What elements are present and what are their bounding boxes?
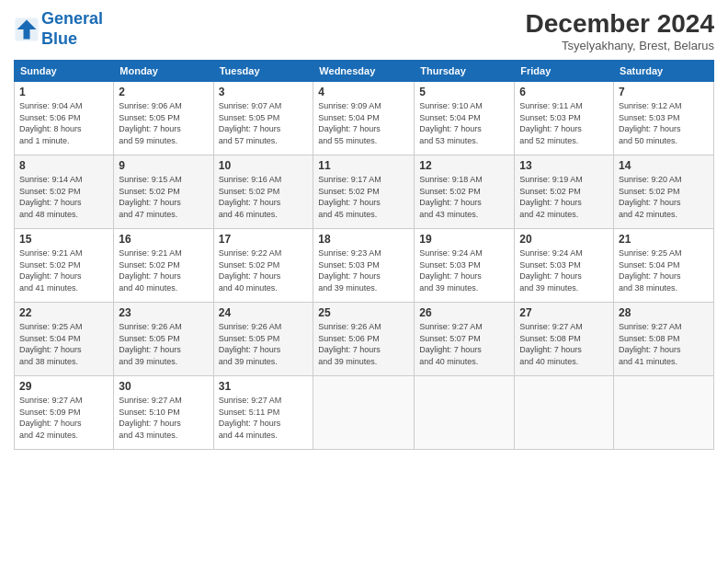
column-header-thursday: Thursday <box>415 61 515 82</box>
day-cell: 20Sunrise: 9:24 AM Sunset: 5:03 PM Dayli… <box>515 229 614 303</box>
day-cell: 12Sunrise: 9:18 AM Sunset: 5:02 PM Dayli… <box>415 155 515 229</box>
day-cell: 14Sunrise: 9:20 AM Sunset: 5:02 PM Dayli… <box>614 155 714 229</box>
header-row: SundayMondayTuesdayWednesdayThursdayFrid… <box>15 61 714 82</box>
day-info: Sunrise: 9:09 AM Sunset: 5:04 PM Dayligh… <box>318 100 409 146</box>
day-info: Sunrise: 9:26 AM Sunset: 5:05 PM Dayligh… <box>119 321 208 367</box>
day-number: 20 <box>519 233 609 246</box>
day-info: Sunrise: 9:19 AM Sunset: 5:02 PM Dayligh… <box>519 174 609 220</box>
day-info: Sunrise: 9:04 AM Sunset: 5:06 PM Dayligh… <box>19 100 108 146</box>
day-number: 1 <box>19 86 108 98</box>
day-number: 2 <box>119 86 208 98</box>
day-number: 14 <box>619 159 709 172</box>
logo: General Blue <box>14 9 103 49</box>
day-info: Sunrise: 9:15 AM Sunset: 5:02 PM Dayligh… <box>119 174 208 220</box>
day-number: 23 <box>119 306 208 319</box>
day-number: 29 <box>19 380 108 393</box>
week-row-2: 8Sunrise: 9:14 AM Sunset: 5:02 PM Daylig… <box>15 155 714 229</box>
day-cell: 16Sunrise: 9:21 AM Sunset: 5:02 PM Dayli… <box>114 229 213 303</box>
day-cell <box>515 376 614 450</box>
day-number: 30 <box>119 380 208 393</box>
day-cell: 2Sunrise: 9:06 AM Sunset: 5:05 PM Daylig… <box>114 82 213 155</box>
day-cell <box>313 376 415 450</box>
day-cell: 7Sunrise: 9:12 AM Sunset: 5:03 PM Daylig… <box>614 82 714 155</box>
day-number: 24 <box>219 306 309 319</box>
day-cell: 17Sunrise: 9:22 AM Sunset: 5:02 PM Dayli… <box>213 229 313 303</box>
day-number: 25 <box>318 306 409 319</box>
day-number: 13 <box>519 159 609 172</box>
day-info: Sunrise: 9:14 AM Sunset: 5:02 PM Dayligh… <box>19 174 108 220</box>
day-number: 5 <box>419 86 509 98</box>
column-header-tuesday: Tuesday <box>213 61 313 82</box>
column-header-saturday: Saturday <box>614 61 714 82</box>
day-info: Sunrise: 9:26 AM Sunset: 5:06 PM Dayligh… <box>318 321 409 367</box>
day-cell: 21Sunrise: 9:25 AM Sunset: 5:04 PM Dayli… <box>614 229 714 303</box>
column-header-monday: Monday <box>114 61 213 82</box>
day-number: 27 <box>519 306 609 319</box>
logo-icon <box>14 17 40 42</box>
day-info: Sunrise: 9:26 AM Sunset: 5:05 PM Dayligh… <box>219 321 309 367</box>
day-cell: 19Sunrise: 9:24 AM Sunset: 5:03 PM Dayli… <box>415 229 515 303</box>
week-row-5: 29Sunrise: 9:27 AM Sunset: 5:09 PM Dayli… <box>15 376 714 450</box>
day-number: 10 <box>219 159 309 172</box>
day-info: Sunrise: 9:10 AM Sunset: 5:04 PM Dayligh… <box>419 100 509 146</box>
day-info: Sunrise: 9:16 AM Sunset: 5:02 PM Dayligh… <box>219 174 309 220</box>
day-cell: 30Sunrise: 9:27 AM Sunset: 5:10 PM Dayli… <box>114 376 213 450</box>
day-info: Sunrise: 9:27 AM Sunset: 5:10 PM Dayligh… <box>119 395 208 441</box>
calendar-subtitle: Tsyelyakhany, Brest, Belarus <box>526 39 714 52</box>
day-info: Sunrise: 9:23 AM Sunset: 5:03 PM Dayligh… <box>318 247 409 293</box>
day-cell: 24Sunrise: 9:26 AM Sunset: 5:05 PM Dayli… <box>213 303 313 376</box>
day-number: 19 <box>419 233 509 246</box>
week-row-3: 15Sunrise: 9:21 AM Sunset: 5:02 PM Dayli… <box>15 229 714 303</box>
day-cell: 4Sunrise: 9:09 AM Sunset: 5:04 PM Daylig… <box>313 82 415 155</box>
day-info: Sunrise: 9:27 AM Sunset: 5:07 PM Dayligh… <box>419 321 509 367</box>
column-header-wednesday: Wednesday <box>313 61 415 82</box>
day-info: Sunrise: 9:25 AM Sunset: 5:04 PM Dayligh… <box>19 321 108 367</box>
column-header-friday: Friday <box>515 61 614 82</box>
day-number: 26 <box>419 306 509 319</box>
day-cell: 10Sunrise: 9:16 AM Sunset: 5:02 PM Dayli… <box>213 155 313 229</box>
day-cell: 3Sunrise: 9:07 AM Sunset: 5:05 PM Daylig… <box>213 82 313 155</box>
day-cell <box>415 376 515 450</box>
day-cell: 15Sunrise: 9:21 AM Sunset: 5:02 PM Dayli… <box>15 229 114 303</box>
day-number: 22 <box>19 306 108 319</box>
day-cell: 11Sunrise: 9:17 AM Sunset: 5:02 PM Dayli… <box>313 155 415 229</box>
day-info: Sunrise: 9:12 AM Sunset: 5:03 PM Dayligh… <box>619 100 709 146</box>
day-number: 6 <box>519 86 609 98</box>
logo-line1: General <box>41 9 103 28</box>
day-cell: 22Sunrise: 9:25 AM Sunset: 5:04 PM Dayli… <box>15 303 114 376</box>
day-cell: 6Sunrise: 9:11 AM Sunset: 5:03 PM Daylig… <box>515 82 614 155</box>
day-number: 21 <box>619 233 709 246</box>
day-info: Sunrise: 9:27 AM Sunset: 5:08 PM Dayligh… <box>619 321 709 367</box>
day-number: 4 <box>318 86 409 98</box>
day-info: Sunrise: 9:27 AM Sunset: 5:08 PM Dayligh… <box>519 321 609 367</box>
day-info: Sunrise: 9:18 AM Sunset: 5:02 PM Dayligh… <box>419 174 509 220</box>
day-info: Sunrise: 9:17 AM Sunset: 5:02 PM Dayligh… <box>318 174 409 220</box>
day-cell: 18Sunrise: 9:23 AM Sunset: 5:03 PM Dayli… <box>313 229 415 303</box>
day-number: 15 <box>19 233 108 246</box>
day-info: Sunrise: 9:24 AM Sunset: 5:03 PM Dayligh… <box>519 247 609 293</box>
day-number: 12 <box>419 159 509 172</box>
day-cell <box>614 376 714 450</box>
day-info: Sunrise: 9:20 AM Sunset: 5:02 PM Dayligh… <box>619 174 709 220</box>
day-cell: 8Sunrise: 9:14 AM Sunset: 5:02 PM Daylig… <box>15 155 114 229</box>
day-number: 9 <box>119 159 208 172</box>
title-section: December 2024 Tsyelyakhany, Brest, Belar… <box>526 9 714 52</box>
day-number: 8 <box>19 159 108 172</box>
week-row-1: 1Sunrise: 9:04 AM Sunset: 5:06 PM Daylig… <box>15 82 714 155</box>
day-number: 28 <box>619 306 709 319</box>
day-info: Sunrise: 9:11 AM Sunset: 5:03 PM Dayligh… <box>519 100 609 146</box>
day-cell: 25Sunrise: 9:26 AM Sunset: 5:06 PM Dayli… <box>313 303 415 376</box>
day-number: 18 <box>318 233 409 246</box>
day-info: Sunrise: 9:24 AM Sunset: 5:03 PM Dayligh… <box>419 247 509 293</box>
day-info: Sunrise: 9:22 AM Sunset: 5:02 PM Dayligh… <box>219 247 309 293</box>
day-info: Sunrise: 9:21 AM Sunset: 5:02 PM Dayligh… <box>19 247 108 293</box>
day-info: Sunrise: 9:07 AM Sunset: 5:05 PM Dayligh… <box>219 100 309 146</box>
day-info: Sunrise: 9:06 AM Sunset: 5:05 PM Dayligh… <box>119 100 208 146</box>
day-number: 7 <box>619 86 709 98</box>
day-info: Sunrise: 9:25 AM Sunset: 5:04 PM Dayligh… <box>619 247 709 293</box>
day-cell: 5Sunrise: 9:10 AM Sunset: 5:04 PM Daylig… <box>415 82 515 155</box>
day-info: Sunrise: 9:27 AM Sunset: 5:11 PM Dayligh… <box>219 395 309 441</box>
day-cell: 1Sunrise: 9:04 AM Sunset: 5:06 PM Daylig… <box>15 82 114 155</box>
page: General Blue December 2024 Tsyelyakhany,… <box>0 0 728 563</box>
header: General Blue December 2024 Tsyelyakhany,… <box>14 9 714 52</box>
